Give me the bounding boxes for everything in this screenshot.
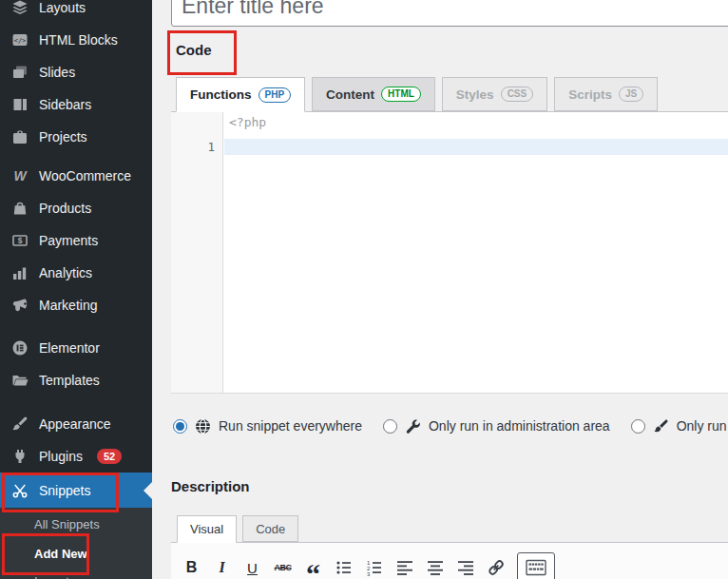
tab-label: Functions (190, 87, 252, 102)
plugins-update-count-badge: 52 (97, 449, 122, 464)
megaphone-icon (11, 297, 29, 314)
link-icon (486, 557, 507, 578)
blockquote-button[interactable]: “ (300, 548, 326, 579)
align-left-button[interactable] (392, 554, 417, 579)
tab-label: Content (326, 87, 374, 102)
sidebar-item-label: Slides (39, 65, 75, 80)
description-section-heading: Description (171, 478, 250, 494)
sidebar-item-label: WooCommerce (39, 168, 131, 183)
submenu-item-all-snippets[interactable]: All Snippets (0, 511, 152, 536)
sidebar-item-projects[interactable]: Projects (0, 121, 152, 153)
sidebar-item-slides[interactable]: Slides (0, 56, 152, 88)
woocommerce-icon: W (11, 167, 29, 184)
sidebar-item-templates[interactable]: Templates (0, 364, 152, 396)
globe-icon (195, 418, 211, 434)
submenu-item-label: Add New (34, 547, 87, 561)
svg-text:$: $ (18, 236, 23, 245)
js-badge: JS (619, 87, 643, 102)
tab-label: Visual (190, 522, 223, 536)
scope-option-admin-area[interactable]: Only run in administration area (383, 418, 610, 434)
bold-button[interactable]: B (179, 554, 204, 579)
svg-text:</>: </> (14, 37, 27, 45)
menu-separator (0, 396, 152, 408)
numbered-list-button[interactable]: 123 (361, 554, 387, 579)
description-editor-tabs: Visual Code (177, 515, 298, 542)
scissors-icon (11, 482, 29, 499)
sidebar-item-label: Analytics (39, 265, 92, 280)
tab-visual[interactable]: Visual (177, 515, 237, 543)
bulleted-list-icon (335, 558, 354, 577)
payments-icon: $ (11, 232, 29, 249)
scope-option-label: Only run in administration area (429, 418, 610, 434)
tab-code[interactable]: Code (242, 515, 298, 542)
php-open-tag-text: <?php (229, 115, 266, 129)
scope-option-label: Only run on site (677, 418, 728, 434)
scope-option-label: Run snippet everywhere (219, 418, 362, 434)
underline-button[interactable]: U (239, 554, 265, 579)
strikethrough-button[interactable]: ABC (270, 554, 296, 579)
bar-chart-icon (11, 264, 29, 281)
tab-scripts-js[interactable]: Scripts JS (554, 77, 658, 111)
sidebar-item-analytics[interactable]: Analytics (0, 257, 152, 289)
sidebar-item-label: Plugins (39, 449, 83, 464)
tab-styles-css[interactable]: Styles CSS (442, 77, 547, 111)
align-center-button[interactable] (422, 554, 448, 579)
brush-icon (11, 415, 29, 433)
sidebar-item-label: Products (39, 201, 91, 216)
radio-selected[interactable] (173, 419, 187, 434)
radio-unselected[interactable] (383, 419, 397, 434)
scope-option-site-front-end[interactable]: Only run on site (631, 418, 728, 434)
sidebar-item-sidebars[interactable]: Sidebars (0, 88, 152, 121)
code-editor[interactable]: 1 <?php (171, 112, 728, 394)
sidebar-item-products[interactable]: Products (0, 192, 152, 224)
sidebar-item-marketing[interactable]: Marketing (0, 289, 152, 321)
submenu-item-import[interactable]: Import (0, 570, 152, 579)
editor-line-number: 1 (171, 139, 215, 155)
sidebar-item-appearance[interactable]: Appearance (0, 408, 152, 440)
sidebar-item-snippets[interactable]: Snippets (0, 473, 152, 508)
align-right-icon (456, 558, 475, 577)
sidebar-item-woocommerce[interactable]: W WooCommerce (0, 160, 152, 192)
svg-text:3: 3 (367, 571, 371, 577)
sidebar-item-label: Snippets (39, 483, 90, 498)
shopping-bag-icon (11, 200, 29, 217)
submenu-item-label: Import (34, 574, 69, 579)
code-section-heading: Code (176, 42, 212, 58)
sidebar-item-elementor[interactable]: Elementor (0, 332, 152, 364)
sidebar-item-label: HTML Blocks (39, 32, 118, 48)
sidebar-item-label: Appearance (39, 416, 111, 432)
active-menu-arrow (144, 482, 152, 499)
toolbar-toggle-button[interactable] (517, 552, 555, 579)
bulleted-list-button[interactable] (331, 554, 356, 579)
submenu-item-add-new[interactable]: Add New (0, 536, 152, 570)
formatting-toolbar: B I U ABC “ 123 (171, 543, 728, 579)
align-right-button[interactable] (452, 554, 478, 579)
html-code-icon: </> (11, 31, 29, 48)
sidebar-item-label: Projects (39, 129, 87, 145)
sidebar-item-label: Elementor (39, 340, 100, 356)
sidebars-icon (11, 96, 29, 113)
paintbrush-icon (653, 418, 669, 434)
php-badge: PHP (259, 87, 292, 103)
sidebar-item-html-blocks[interactable]: </> HTML Blocks (0, 24, 152, 56)
wrench-icon (405, 418, 421, 434)
snippet-title-input[interactable] (171, 0, 728, 27)
snippets-submenu: All Snippets Add New Import (0, 508, 152, 579)
sidebar-item-label: Payments (39, 233, 98, 248)
menu-separator (0, 321, 152, 332)
wordpress-admin-page: Layouts </> HTML Blocks Slides Sidebars … (0, 0, 728, 579)
folder-icon (11, 372, 29, 389)
tab-functions-php[interactable]: Functions PHP (176, 77, 305, 112)
sidebar-item-plugins[interactable]: Plugins 52 (0, 440, 152, 473)
scope-option-everywhere[interactable]: Run snippet everywhere (173, 418, 362, 434)
svg-text:W: W (13, 168, 28, 183)
insert-link-button[interactable] (483, 554, 508, 579)
sidebar-item-payments[interactable]: $ Payments (0, 224, 152, 257)
tab-content-html[interactable]: Content HTML (312, 77, 435, 111)
radio-unselected[interactable] (631, 419, 645, 434)
code-editor-tabbar: Functions PHP Content HTML Styles CSS Sc… (171, 76, 728, 112)
briefcase-icon (11, 128, 29, 145)
admin-content-area: Code Functions PHP Content HTML Styles C… (152, 0, 728, 579)
sidebar-item-layouts[interactable]: Layouts (0, 0, 152, 24)
italic-button[interactable]: I (209, 554, 235, 579)
